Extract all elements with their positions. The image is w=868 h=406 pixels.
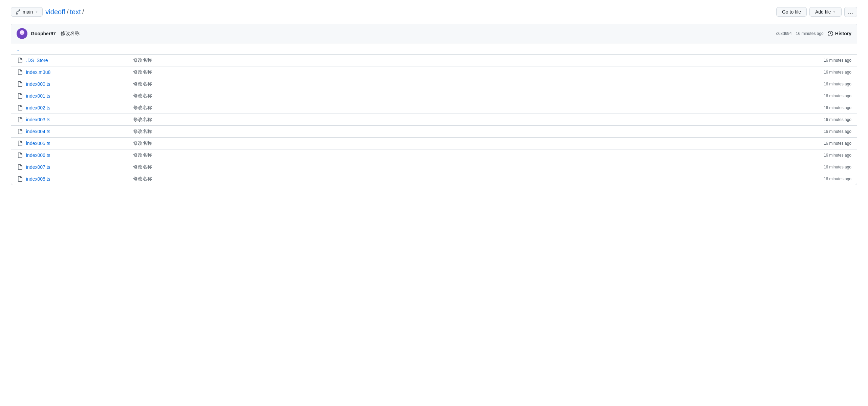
file-name[interactable]: index000.ts — [26, 81, 128, 87]
file-icon — [17, 81, 23, 87]
breadcrumb: videoff / text / — [45, 8, 84, 16]
file-time: 16 minutes ago — [797, 58, 851, 63]
file-commit-message: 修改名称 — [128, 164, 797, 170]
breadcrumb-sep2: / — [82, 8, 84, 16]
table-row: index006.ts 修改名称 16 minutes ago — [11, 149, 857, 161]
history-button[interactable]: History — [828, 31, 851, 36]
more-options-button[interactable]: ... — [844, 7, 857, 17]
file-time: 16 minutes ago — [797, 165, 851, 169]
go-to-file-button[interactable]: Go to file — [776, 7, 807, 17]
toolbar-left: main videoff / text / — [11, 7, 84, 17]
commit-header: Goopher97 修改名称 c68d694 16 minutes ago Hi… — [11, 24, 857, 43]
breadcrumb-repo-link[interactable]: videoff — [45, 8, 65, 16]
branch-name: main — [23, 9, 33, 15]
table-row: index008.ts 修改名称 16 minutes ago — [11, 173, 857, 185]
commit-hash[interactable]: c68d694 — [776, 31, 792, 36]
parent-dir-dots: .. — [17, 46, 19, 52]
toolbar: main videoff / text / Go to file Add fil… — [11, 7, 857, 17]
table-row: index004.ts 修改名称 16 minutes ago — [11, 126, 857, 138]
file-name[interactable]: index007.ts — [26, 164, 128, 170]
file-commit-message: 修改名称 — [128, 128, 797, 135]
file-name[interactable]: index006.ts — [26, 153, 128, 158]
commit-meta: c68d694 16 minutes ago History — [776, 31, 851, 36]
avatar-image — [17, 28, 27, 39]
file-time: 16 minutes ago — [797, 141, 851, 146]
file-name[interactable]: index002.ts — [26, 105, 128, 110]
table-row: index001.ts 修改名称 16 minutes ago — [11, 90, 857, 102]
file-commit-message: 修改名称 — [128, 176, 797, 182]
file-time: 16 minutes ago — [797, 94, 851, 98]
file-commit-message: 修改名称 — [128, 81, 797, 87]
parent-directory-row[interactable]: .. — [11, 43, 857, 55]
file-icon — [17, 141, 23, 146]
table-row: index003.ts 修改名称 16 minutes ago — [11, 114, 857, 126]
file-commit-message: 修改名称 — [128, 152, 797, 158]
file-commit-message: 修改名称 — [128, 93, 797, 99]
history-icon — [828, 31, 833, 36]
branch-selector[interactable]: main — [11, 7, 43, 17]
avatar — [17, 28, 27, 39]
svg-point-6 — [21, 33, 23, 34]
file-name[interactable]: index003.ts — [26, 117, 128, 122]
toolbar-right: Go to file Add file ... — [776, 7, 857, 17]
table-row: index000.ts 修改名称 16 minutes ago — [11, 78, 857, 90]
commit-message: 修改名称 — [61, 31, 80, 37]
file-name[interactable]: index.m3u8 — [26, 69, 128, 75]
commit-author: Goopher97 修改名称 — [17, 28, 80, 39]
breadcrumb-path-link[interactable]: text — [70, 8, 81, 16]
file-name[interactable]: index005.ts — [26, 141, 128, 146]
table-row: index007.ts 修改名称 16 minutes ago — [11, 161, 857, 173]
table-row: index005.ts 修改名称 16 minutes ago — [11, 138, 857, 149]
file-time: 16 minutes ago — [797, 105, 851, 110]
file-icon — [17, 93, 23, 99]
history-label: History — [835, 31, 851, 36]
file-list: .DS_Store 修改名称 16 minutes ago index.m3u8… — [11, 55, 857, 185]
file-icon — [17, 164, 23, 170]
file-icon — [17, 105, 23, 110]
file-time: 16 minutes ago — [797, 129, 851, 134]
file-time: 16 minutes ago — [797, 117, 851, 122]
file-commit-message: 修改名称 — [128, 105, 797, 111]
table-row: index.m3u8 修改名称 16 minutes ago — [11, 66, 857, 78]
commit-time: 16 minutes ago — [796, 31, 824, 36]
git-branch-icon — [15, 9, 21, 15]
file-icon — [17, 153, 23, 158]
file-commit-message: 修改名称 — [128, 140, 797, 146]
svg-point-4 — [21, 32, 21, 33]
file-commit-message: 修改名称 — [128, 117, 797, 123]
chevron-down-icon — [832, 10, 836, 14]
file-name[interactable]: .DS_Store — [26, 58, 128, 63]
file-time: 16 minutes ago — [797, 153, 851, 158]
avatar-svg — [17, 28, 27, 39]
file-icon — [17, 69, 23, 75]
file-icon — [17, 117, 23, 122]
table-row: .DS_Store 修改名称 16 minutes ago — [11, 55, 857, 66]
add-file-button[interactable]: Add file — [809, 7, 842, 17]
file-time: 16 minutes ago — [797, 82, 851, 86]
svg-point-5 — [23, 32, 23, 33]
file-icon — [17, 176, 23, 182]
file-name[interactable]: index004.ts — [26, 129, 128, 134]
file-table: Goopher97 修改名称 c68d694 16 minutes ago Hi… — [11, 24, 857, 185]
file-commit-message: 修改名称 — [128, 57, 797, 63]
file-name[interactable]: index001.ts — [26, 93, 128, 99]
file-time: 16 minutes ago — [797, 177, 851, 181]
commit-author-name[interactable]: Goopher97 — [31, 31, 56, 36]
chevron-down-icon — [35, 10, 38, 14]
file-commit-message: 修改名称 — [128, 69, 797, 75]
breadcrumb-sep1: / — [67, 8, 69, 16]
file-icon — [17, 58, 23, 63]
file-time: 16 minutes ago — [797, 70, 851, 75]
table-row: index002.ts 修改名称 16 minutes ago — [11, 102, 857, 114]
file-icon — [17, 129, 23, 134]
file-name[interactable]: index008.ts — [26, 176, 128, 182]
